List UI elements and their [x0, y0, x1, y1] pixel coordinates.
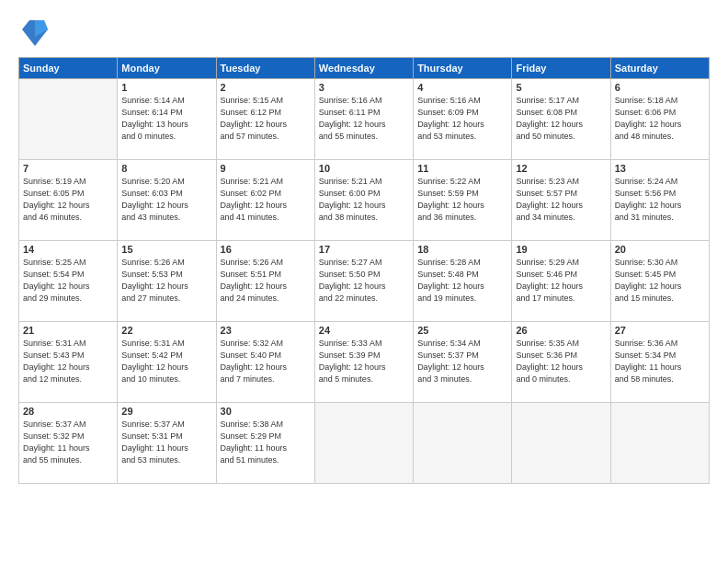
- calendar-cell: 26Sunrise: 5:35 AM Sunset: 5:36 PM Dayli…: [512, 322, 610, 403]
- day-info: Sunrise: 5:36 AM Sunset: 5:34 PM Dayligh…: [615, 338, 705, 385]
- day-info: Sunrise: 5:23 AM Sunset: 5:57 PM Dayligh…: [516, 176, 606, 224]
- calendar-cell: 23Sunrise: 5:32 AM Sunset: 5:40 PM Dayli…: [216, 322, 314, 403]
- day-info: Sunrise: 5:32 AM Sunset: 5:40 PM Dayligh…: [221, 338, 311, 385]
- day-info: Sunrise: 5:28 AM Sunset: 5:48 PM Dayligh…: [417, 257, 507, 304]
- calendar-cell: [19, 79, 118, 160]
- day-of-week-header: Wednesday: [314, 58, 413, 79]
- calendar-cell: 28Sunrise: 5:37 AM Sunset: 5:32 PM Dayli…: [19, 403, 118, 484]
- calendar-cell: [610, 403, 709, 484]
- calendar-week-row: 7Sunrise: 5:19 AM Sunset: 6:05 PM Daylig…: [19, 160, 710, 241]
- day-info: Sunrise: 5:31 AM Sunset: 5:42 PM Dayligh…: [121, 338, 211, 385]
- day-number: 11: [417, 163, 507, 174]
- day-of-week-header: Sunday: [19, 58, 118, 79]
- calendar-table: SundayMondayTuesdayWednesdayThursdayFrid…: [18, 57, 710, 484]
- day-number: 18: [417, 244, 507, 255]
- calendar-body: 1Sunrise: 5:14 AM Sunset: 6:14 PM Daylig…: [19, 79, 710, 484]
- day-number: 8: [121, 163, 211, 174]
- day-info: Sunrise: 5:20 AM Sunset: 6:03 PM Dayligh…: [121, 176, 211, 224]
- day-info: Sunrise: 5:24 AM Sunset: 5:56 PM Dayligh…: [615, 176, 705, 224]
- day-number: 9: [221, 163, 311, 174]
- day-info: Sunrise: 5:14 AM Sunset: 6:14 PM Dayligh…: [121, 95, 211, 143]
- day-number: 12: [516, 163, 606, 174]
- day-info: Sunrise: 5:18 AM Sunset: 6:06 PM Dayligh…: [615, 95, 705, 143]
- day-info: Sunrise: 5:37 AM Sunset: 5:32 PM Dayligh…: [23, 419, 113, 466]
- day-info: Sunrise: 5:26 AM Sunset: 5:53 PM Dayligh…: [121, 257, 211, 304]
- day-info: Sunrise: 5:17 AM Sunset: 6:08 PM Dayligh…: [516, 95, 606, 143]
- calendar-cell: 3Sunrise: 5:16 AM Sunset: 6:11 PM Daylig…: [314, 79, 413, 160]
- day-number: 4: [417, 82, 507, 93]
- day-number: 7: [23, 163, 113, 174]
- day-number: 22: [121, 325, 211, 336]
- day-info: Sunrise: 5:33 AM Sunset: 5:39 PM Dayligh…: [319, 338, 409, 385]
- calendar-cell: 7Sunrise: 5:19 AM Sunset: 6:05 PM Daylig…: [19, 160, 118, 241]
- calendar-cell: 5Sunrise: 5:17 AM Sunset: 6:08 PM Daylig…: [512, 79, 610, 160]
- calendar-cell: 11Sunrise: 5:22 AM Sunset: 5:59 PM Dayli…: [414, 160, 512, 241]
- calendar-cell: 12Sunrise: 5:23 AM Sunset: 5:57 PM Dayli…: [512, 160, 610, 241]
- day-number: 15: [121, 244, 211, 255]
- logo: [18, 17, 48, 50]
- calendar-cell: 21Sunrise: 5:31 AM Sunset: 5:43 PM Dayli…: [19, 322, 118, 403]
- calendar-cell: 29Sunrise: 5:37 AM Sunset: 5:31 PM Dayli…: [118, 403, 216, 484]
- day-number: 29: [121, 406, 211, 417]
- day-info: Sunrise: 5:31 AM Sunset: 5:43 PM Dayligh…: [23, 338, 113, 385]
- calendar-cell: 8Sunrise: 5:20 AM Sunset: 6:03 PM Daylig…: [118, 160, 216, 241]
- calendar-cell: [414, 403, 512, 484]
- calendar-week-row: 14Sunrise: 5:25 AM Sunset: 5:54 PM Dayli…: [19, 241, 710, 322]
- day-number: 24: [319, 325, 409, 336]
- calendar-cell: 13Sunrise: 5:24 AM Sunset: 5:56 PM Dayli…: [610, 160, 709, 241]
- calendar-week-row: 21Sunrise: 5:31 AM Sunset: 5:43 PM Dayli…: [19, 322, 710, 403]
- day-of-week-header: Friday: [512, 58, 610, 79]
- day-number: 25: [417, 325, 507, 336]
- day-info: Sunrise: 5:27 AM Sunset: 5:50 PM Dayligh…: [319, 257, 409, 304]
- day-number: 2: [221, 82, 311, 93]
- calendar-cell: 4Sunrise: 5:16 AM Sunset: 6:09 PM Daylig…: [414, 79, 512, 160]
- calendar-cell: [314, 403, 413, 484]
- day-info: Sunrise: 5:19 AM Sunset: 6:05 PM Dayligh…: [23, 176, 113, 224]
- calendar-cell: 16Sunrise: 5:26 AM Sunset: 5:51 PM Dayli…: [216, 241, 314, 322]
- day-number: 14: [23, 244, 113, 255]
- calendar-cell: 24Sunrise: 5:33 AM Sunset: 5:39 PM Dayli…: [314, 322, 413, 403]
- calendar-cell: 2Sunrise: 5:15 AM Sunset: 6:12 PM Daylig…: [216, 79, 314, 160]
- calendar-week-row: 28Sunrise: 5:37 AM Sunset: 5:32 PM Dayli…: [19, 403, 710, 484]
- day-number: 6: [615, 82, 705, 93]
- calendar-cell: 10Sunrise: 5:21 AM Sunset: 6:00 PM Dayli…: [314, 160, 413, 241]
- calendar-cell: 6Sunrise: 5:18 AM Sunset: 6:06 PM Daylig…: [610, 79, 709, 160]
- page-header: [18, 17, 710, 50]
- day-info: Sunrise: 5:15 AM Sunset: 6:12 PM Dayligh…: [221, 95, 311, 143]
- day-of-week-header: Thursday: [414, 58, 512, 79]
- calendar-header-row: SundayMondayTuesdayWednesdayThursdayFrid…: [19, 58, 710, 79]
- calendar-cell: 15Sunrise: 5:26 AM Sunset: 5:53 PM Dayli…: [118, 241, 216, 322]
- day-info: Sunrise: 5:38 AM Sunset: 5:29 PM Dayligh…: [221, 419, 311, 466]
- day-info: Sunrise: 5:25 AM Sunset: 5:54 PM Dayligh…: [23, 257, 113, 304]
- day-info: Sunrise: 5:34 AM Sunset: 5:37 PM Dayligh…: [417, 338, 507, 385]
- day-number: 21: [23, 325, 113, 336]
- calendar-cell: 1Sunrise: 5:14 AM Sunset: 6:14 PM Daylig…: [118, 79, 216, 160]
- day-number: 17: [319, 244, 409, 255]
- day-info: Sunrise: 5:26 AM Sunset: 5:51 PM Dayligh…: [221, 257, 311, 304]
- calendar-cell: 14Sunrise: 5:25 AM Sunset: 5:54 PM Dayli…: [19, 241, 118, 322]
- day-number: 28: [23, 406, 113, 417]
- day-info: Sunrise: 5:16 AM Sunset: 6:11 PM Dayligh…: [319, 95, 409, 143]
- day-info: Sunrise: 5:16 AM Sunset: 6:09 PM Dayligh…: [417, 95, 507, 143]
- day-number: 13: [615, 163, 705, 174]
- calendar-cell: 17Sunrise: 5:27 AM Sunset: 5:50 PM Dayli…: [314, 241, 413, 322]
- day-number: 23: [221, 325, 311, 336]
- day-info: Sunrise: 5:37 AM Sunset: 5:31 PM Dayligh…: [121, 419, 211, 466]
- day-number: 10: [319, 163, 409, 174]
- calendar-cell: 19Sunrise: 5:29 AM Sunset: 5:46 PM Dayli…: [512, 241, 610, 322]
- calendar-cell: 9Sunrise: 5:21 AM Sunset: 6:02 PM Daylig…: [216, 160, 314, 241]
- day-of-week-header: Tuesday: [216, 58, 314, 79]
- calendar-week-row: 1Sunrise: 5:14 AM Sunset: 6:14 PM Daylig…: [19, 79, 710, 160]
- day-info: Sunrise: 5:30 AM Sunset: 5:45 PM Dayligh…: [615, 257, 705, 304]
- calendar-cell: 27Sunrise: 5:36 AM Sunset: 5:34 PM Dayli…: [610, 322, 709, 403]
- calendar-cell: 25Sunrise: 5:34 AM Sunset: 5:37 PM Dayli…: [414, 322, 512, 403]
- day-number: 16: [221, 244, 311, 255]
- day-info: Sunrise: 5:21 AM Sunset: 6:02 PM Dayligh…: [221, 176, 311, 224]
- calendar-cell: [512, 403, 610, 484]
- day-info: Sunrise: 5:21 AM Sunset: 6:00 PM Dayligh…: [319, 176, 409, 224]
- calendar-cell: 30Sunrise: 5:38 AM Sunset: 5:29 PM Dayli…: [216, 403, 314, 484]
- day-number: 5: [516, 82, 606, 93]
- calendar-cell: 20Sunrise: 5:30 AM Sunset: 5:45 PM Dayli…: [610, 241, 709, 322]
- day-number: 3: [319, 82, 409, 93]
- calendar-cell: 18Sunrise: 5:28 AM Sunset: 5:48 PM Dayli…: [414, 241, 512, 322]
